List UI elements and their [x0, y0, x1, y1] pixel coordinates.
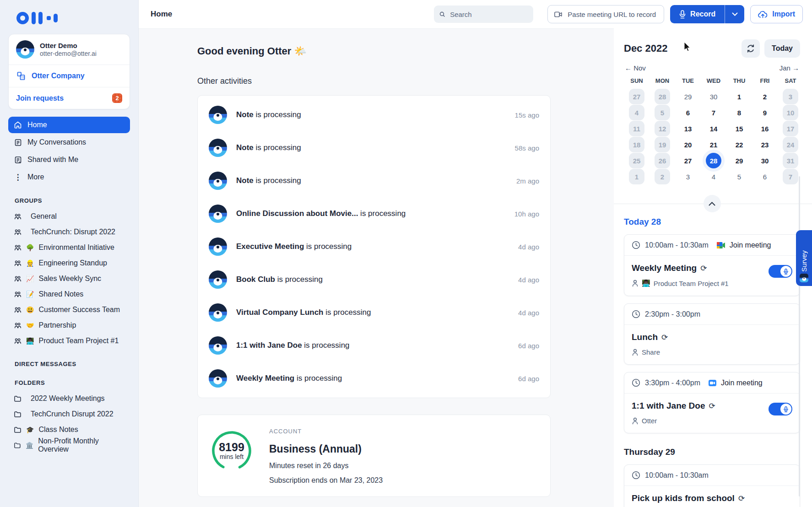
search-input[interactable] [449, 10, 528, 19]
event-card[interactable]: 2:30pm - 3:00pm Lunch⟳ Share [624, 303, 800, 365]
calendar-day[interactable]: 3 [680, 169, 696, 184]
activity-row[interactable]: Online Discussion about Movie... is proc… [198, 197, 550, 230]
folder-item[interactable]: TechCrunch Disrupt 2022 [8, 406, 130, 422]
calendar-day[interactable]: 17 [783, 121, 798, 136]
shared-document-icon [14, 156, 22, 164]
calendar-day[interactable]: 14 [706, 121, 721, 136]
calendar-day[interactable]: 16 [757, 121, 773, 136]
calendar-day[interactable]: 27 [680, 153, 696, 168]
calendar-day[interactable]: 25 [629, 153, 644, 168]
calendar-day[interactable]: 19 [655, 137, 670, 152]
calendar-day[interactable]: 5 [731, 169, 747, 184]
group-item[interactable]: 📈Sales Weekly Sync [8, 271, 130, 286]
calendar-day[interactable]: 28 [655, 89, 670, 104]
event-card[interactable]: 10:00am - 10:30am Pick up kids from scho… [624, 464, 800, 507]
calendar-day[interactable]: 8 [731, 105, 747, 120]
group-item[interactable]: General [8, 209, 130, 224]
workspace-row[interactable]: Otter Company [9, 65, 130, 87]
join-meeting-link[interactable]: Join meeting [717, 241, 771, 249]
calendar-day[interactable]: 9 [757, 105, 773, 120]
calendar-day[interactable]: 7 [706, 105, 721, 120]
calendar-refresh-button[interactable] [742, 39, 760, 58]
folder-item[interactable]: 2022 Weekly Meetings [8, 391, 130, 406]
calendar-day[interactable]: 5 [655, 105, 670, 120]
join-requests-badge: 2 [112, 93, 122, 103]
calendar-day[interactable]: 13 [680, 121, 696, 136]
join-requests-row[interactable]: Join requests 2 [9, 87, 130, 109]
calendar-day[interactable]: 31 [783, 153, 798, 168]
calendar-today-button[interactable]: Today [764, 39, 800, 58]
paste-meeting-url-input[interactable] [567, 10, 657, 19]
activity-row[interactable]: Book Club is processing 4d ago [198, 263, 550, 296]
event-card[interactable]: 3:30pm - 4:00pm Join meeting 1:1 with Ja… [624, 372, 800, 433]
calendar-day[interactable]: 2 [757, 89, 773, 104]
activity-row[interactable]: Note is processing 58s ago [198, 131, 550, 164]
panel-scrollbar[interactable] [799, 176, 800, 496]
user-profile-row[interactable]: Otter Demo otter-demo@otter.ai [9, 34, 130, 65]
calendar-day[interactable]: 20 [680, 137, 696, 152]
activity-row[interactable]: Note is processing 15s ago [198, 98, 550, 131]
calendar-day[interactable]: 1 [629, 169, 644, 184]
group-item[interactable]: 🤝Partnership [8, 318, 130, 333]
activity-row[interactable]: Executive Meeting is processing 4d ago [198, 230, 550, 263]
calendar-day[interactable]: 4 [629, 105, 644, 120]
calendar-day[interactable]: 30 [706, 89, 721, 104]
calendar-next-month[interactable]: Jan → [780, 64, 799, 72]
group-item[interactable]: 😃Customer Success Team [8, 302, 130, 318]
sidebar-item-shared-with-me[interactable]: Shared with Me [8, 151, 130, 168]
sidebar-item-home[interactable]: Home [8, 117, 130, 133]
calendar-day[interactable]: 12 [655, 121, 670, 136]
activity-row[interactable]: Weekly Meeting is processing 6d ago [198, 362, 550, 395]
calendar-day[interactable]: 29 [731, 153, 747, 168]
survey-tab[interactable]: Survey [796, 230, 812, 286]
sidebar-item-more[interactable]: ⋮ More [8, 169, 130, 185]
activity-row[interactable]: Virtual Company Lunch is processing 4d a… [198, 296, 550, 329]
otter-logo[interactable] [16, 10, 130, 26]
calendar-day-selected[interactable]: 28 [706, 153, 721, 168]
calendar-day[interactable]: 3 [783, 89, 798, 104]
calendar-day[interactable]: 23 [757, 137, 773, 152]
calendar-day[interactable]: 18 [629, 137, 644, 152]
calendar-day[interactable]: 11 [629, 121, 644, 136]
paste-meeting-url-box[interactable] [547, 5, 664, 23]
otter-assistant-toggle[interactable] [769, 265, 792, 278]
calendar-day[interactable]: 7 [783, 169, 798, 184]
group-item[interactable]: 👨🏿‍💻Product Team Project #1 [8, 333, 130, 349]
calendar-day[interactable]: 24 [783, 137, 798, 152]
calendar-day[interactable]: 21 [706, 137, 721, 152]
calendar-day[interactable]: 6 [757, 169, 773, 184]
calendar-day[interactable]: 6 [680, 105, 696, 120]
event-share[interactable]: Share [632, 348, 792, 356]
calendar-day[interactable]: 22 [731, 137, 747, 152]
group-item[interactable]: 📝Shared Notes [8, 286, 130, 302]
search-box[interactable] [434, 5, 533, 23]
calendar-day[interactable]: 26 [655, 153, 670, 168]
calendar-day[interactable]: 30 [757, 153, 773, 168]
import-button[interactable]: Import [750, 5, 803, 23]
folder-item[interactable]: 🎓Class Notes [8, 422, 130, 437]
group-item[interactable]: TechCrunch: Disrupt 2022 [8, 224, 130, 240]
calendar-prev-month[interactable]: ← Nov [625, 64, 646, 72]
calendar-day[interactable]: 27 [629, 89, 644, 104]
calendar-day[interactable]: 10 [783, 105, 798, 120]
record-button[interactable]: Record [670, 5, 725, 23]
calendar-day[interactable]: 1 [731, 89, 747, 104]
calendar-day[interactable]: 4 [706, 169, 721, 184]
record-dropdown-button[interactable] [725, 5, 744, 23]
activity-row[interactable]: Note is processing 2m ago [198, 164, 550, 197]
sidebar-item-my-conversations[interactable]: My Conversations [8, 134, 130, 151]
group-label: Customer Success Team [38, 306, 120, 314]
collapse-calendar-button[interactable] [704, 195, 721, 212]
group-item[interactable]: 👷Engineering Standup [8, 255, 130, 271]
event-card[interactable]: 10:00am - 10:30am Join meeting Weekly Me… [624, 234, 800, 296]
folder-item[interactable]: 🏛️Non-Profit Monthly Overview [8, 437, 130, 453]
mouse-cursor [684, 42, 692, 51]
join-meeting-link[interactable]: Join meeting [709, 379, 763, 387]
otter-assistant-toggle[interactable] [769, 403, 792, 415]
today-schedule-heading[interactable]: Today 28 [624, 217, 800, 227]
group-item[interactable]: 🌳Environmental Initiative [8, 240, 130, 255]
calendar-day[interactable]: 2 [655, 169, 670, 184]
calendar-day[interactable]: 15 [731, 121, 747, 136]
calendar-day[interactable]: 29 [680, 89, 696, 104]
activity-row[interactable]: 1:1 with Jane Doe is processing 6d ago [198, 329, 550, 362]
